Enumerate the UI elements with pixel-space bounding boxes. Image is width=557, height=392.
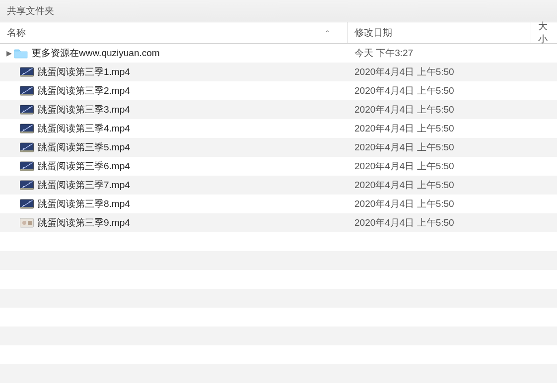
empty-row — [0, 232, 557, 251]
window-title: 共享文件夹 — [7, 4, 54, 17]
sort-ascending-icon: ⌃ — [325, 29, 330, 37]
file-list: ▶更多资源在www.quziyuan.com今天 下午3:27跳蛋阅读第三季1.… — [0, 44, 557, 392]
file-name: 跳蛋阅读第三季7.mp4 — [38, 179, 130, 192]
cell-name: 跳蛋阅读第三季1.mp4 — [0, 65, 348, 78]
cell-date: 2020年4月4日 上午5:50 — [348, 197, 531, 210]
empty-row — [0, 327, 557, 345]
file-row[interactable]: 跳蛋阅读第三季4.mp42020年4月4日 上午5:50 — [0, 119, 557, 138]
video-file-icon — [20, 180, 34, 191]
column-header-name[interactable]: 名称 ⌃ — [0, 22, 348, 43]
file-name: 跳蛋阅读第三季4.mp4 — [38, 122, 130, 135]
cell-date: 2020年4月4日 上午5:50 — [348, 65, 531, 78]
video-file-icon — [20, 198, 34, 209]
empty-row — [0, 251, 557, 270]
file-row[interactable]: 跳蛋阅读第三季3.mp42020年4月4日 上午5:50 — [0, 100, 557, 119]
column-header-name-label: 名称 — [7, 26, 26, 39]
cell-name: 跳蛋阅读第三季2.mp4 — [0, 84, 348, 97]
column-headers: 名称 ⌃ 修改日期 大小 — [0, 22, 557, 44]
file-row[interactable]: 跳蛋阅读第三季2.mp42020年4月4日 上午5:50 — [0, 81, 557, 100]
cell-name: 跳蛋阅读第三季9.mp4 — [0, 216, 348, 229]
video-file-icon — [20, 161, 34, 172]
empty-row — [0, 345, 557, 364]
cell-date: 2020年4月4日 上午5:50 — [348, 84, 531, 97]
folder-icon — [14, 48, 28, 59]
cell-date: 2020年4月4日 上午5:50 — [348, 216, 531, 229]
file-name: 跳蛋阅读第三季3.mp4 — [38, 103, 130, 116]
file-row[interactable]: 跳蛋阅读第三季1.mp42020年4月4日 上午5:50 — [0, 63, 557, 81]
file-name: 跳蛋阅读第三季9.mp4 — [38, 216, 130, 229]
column-header-size[interactable]: 大小 — [531, 22, 557, 43]
cell-date: 2020年4月4日 上午5:50 — [348, 103, 531, 116]
column-header-size-label: 大小 — [538, 20, 550, 46]
file-row[interactable]: 跳蛋阅读第三季6.mp42020年4月4日 上午5:50 — [0, 157, 557, 176]
empty-row — [0, 289, 557, 308]
cell-date: 2020年4月4日 上午5:50 — [348, 179, 531, 192]
cell-date: 2020年4月4日 上午5:50 — [348, 141, 531, 154]
cell-name: 跳蛋阅读第三季7.mp4 — [0, 179, 348, 192]
file-row[interactable]: 跳蛋阅读第三季7.mp42020年4月4日 上午5:50 — [0, 176, 557, 195]
disclosure-triangle-icon[interactable]: ▶ — [4, 49, 14, 57]
file-name: 跳蛋阅读第三季8.mp4 — [38, 197, 130, 210]
cell-name: ▶更多资源在www.quziyuan.com — [0, 47, 348, 60]
cell-name: 跳蛋阅读第三季6.mp4 — [0, 160, 348, 173]
file-row[interactable]: 跳蛋阅读第三季5.mp42020年4月4日 上午5:50 — [0, 138, 557, 157]
cell-date: 今天 下午3:27 — [348, 47, 531, 60]
empty-row — [0, 270, 557, 289]
video-file-icon — [20, 123, 34, 134]
file-name: 跳蛋阅读第三季1.mp4 — [38, 65, 130, 78]
file-name: 跳蛋阅读第三季2.mp4 — [38, 84, 130, 97]
column-header-date-label: 修改日期 — [354, 26, 392, 39]
cell-date: 2020年4月4日 上午5:50 — [348, 160, 531, 173]
cell-name: 跳蛋阅读第三季5.mp4 — [0, 141, 348, 154]
video-file-icon — [20, 217, 34, 228]
cell-name: 跳蛋阅读第三季8.mp4 — [0, 197, 348, 210]
column-header-date[interactable]: 修改日期 — [348, 22, 531, 43]
window-title-bar: 共享文件夹 — [0, 0, 557, 22]
video-file-icon — [20, 104, 34, 115]
video-file-icon — [20, 142, 34, 153]
file-name: 更多资源在www.quziyuan.com — [32, 47, 160, 60]
cell-date: 2020年4月4日 上午5:50 — [348, 122, 531, 135]
empty-row — [0, 308, 557, 327]
video-file-icon — [20, 66, 34, 77]
file-row[interactable]: ▶更多资源在www.quziyuan.com今天 下午3:27 — [0, 44, 557, 63]
empty-row — [0, 364, 557, 383]
video-file-icon — [20, 85, 34, 96]
file-name: 跳蛋阅读第三季5.mp4 — [38, 141, 130, 154]
empty-row — [0, 383, 557, 392]
file-row[interactable]: 跳蛋阅读第三季9.mp42020年4月4日 上午5:50 — [0, 213, 557, 232]
cell-name: 跳蛋阅读第三季3.mp4 — [0, 103, 348, 116]
cell-name: 跳蛋阅读第三季4.mp4 — [0, 122, 348, 135]
file-name: 跳蛋阅读第三季6.mp4 — [38, 160, 130, 173]
file-row[interactable]: 跳蛋阅读第三季8.mp42020年4月4日 上午5:50 — [0, 195, 557, 213]
